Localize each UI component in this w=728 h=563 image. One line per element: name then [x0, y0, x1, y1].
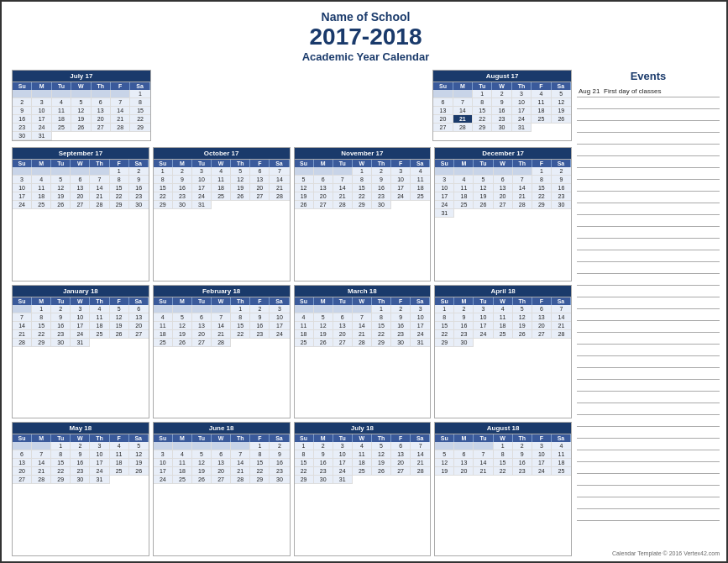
jun18-header: June 18 [154, 423, 290, 434]
day-header-W: W [212, 160, 231, 167]
day-cell: 8 [295, 450, 314, 459]
jul18-header: July 18 [295, 423, 431, 434]
day-cell: 1 [32, 305, 51, 313]
day-header-M: M [454, 160, 474, 167]
day-cell [333, 305, 353, 313]
day-cell [295, 167, 314, 176]
day-cell: 30 [314, 476, 333, 484]
day-cell: 2 [71, 442, 90, 450]
event-row [577, 474, 720, 486]
day-cell: 2 [513, 442, 532, 450]
day-cell: 11 [494, 313, 513, 322]
day-cell: 14 [552, 313, 571, 322]
day-header-W: W [353, 297, 372, 305]
day-cell [433, 90, 453, 98]
day-cell: 9 [454, 313, 474, 322]
event-row [577, 462, 720, 474]
day-header-F: F [250, 297, 270, 305]
day-cell: 21 [212, 330, 231, 339]
day-cell: 7 [231, 450, 250, 459]
day-cell: 26 [295, 201, 314, 209]
day-cell [212, 442, 231, 450]
day-header-W: W [494, 434, 513, 442]
day-cell: 13 [129, 313, 149, 322]
day-header-W: W [71, 434, 90, 442]
day-cell: 19 [513, 322, 532, 330]
day-cell: 2 [173, 167, 192, 176]
day-cell: 11 [295, 322, 314, 330]
day-cell: 26 [231, 192, 250, 201]
day-cell: 20 [391, 459, 411, 467]
day-cell: 15 [110, 184, 129, 192]
day-header-M: M [32, 434, 51, 442]
day-cell [453, 90, 473, 98]
day-cell: 12 [513, 313, 532, 322]
day-cell [32, 442, 51, 450]
day-cell: 26 [314, 339, 333, 347]
day-cell: 10 [532, 450, 552, 459]
day-cell: 20 [433, 115, 453, 124]
event-row [577, 427, 720, 439]
day-header-Tu: Tu [192, 297, 212, 305]
day-cell: 11 [454, 184, 474, 192]
day-cell: 17 [474, 322, 493, 330]
event-date: Aug 21 [579, 87, 604, 95]
day-cell: 6 [314, 176, 333, 184]
feb18-header: February 18 [154, 286, 290, 297]
day-cell: 28 [13, 339, 32, 347]
day-cell: 28 [32, 476, 51, 484]
nov17-header: November 17 [295, 148, 431, 159]
day-cell: 9 [51, 313, 71, 322]
day-header-Sa: Sa [411, 297, 430, 305]
may18-grid: SuMTuWThFSa12345678910111213141516171819… [13, 434, 149, 484]
day-cell: 10 [13, 184, 32, 192]
day-cell: 1 [353, 167, 372, 176]
day-cell: 21 [13, 330, 32, 339]
day-cell: 22 [32, 330, 51, 339]
event-row [577, 168, 720, 180]
event-row [577, 227, 720, 239]
day-header-F: F [391, 297, 411, 305]
day-header-F: F [391, 160, 411, 167]
day-cell: 30 [391, 339, 411, 347]
event-row [577, 192, 720, 203]
event-row [577, 297, 720, 309]
day-cell: 7 [212, 313, 231, 322]
day-cell: 8 [110, 176, 129, 184]
day-cell: 22 [353, 192, 372, 201]
day-cell: 25 [552, 467, 571, 476]
day-cell: 15 [231, 322, 250, 330]
main-content: July 17 SuMTuWThFSa123456789101112131415… [12, 70, 720, 556]
feb18-grid: SuMTuWThFSa12345678910111213141516171819… [154, 297, 290, 347]
day-cell: 17 [13, 192, 32, 201]
event-row [577, 321, 720, 333]
day-cell: 14 [111, 107, 130, 115]
day-cell: 26 [552, 115, 571, 124]
oct17-cal: October 17 SuMTuWThFSa123456789101112131… [153, 147, 291, 282]
day-header-M: M [454, 434, 474, 442]
day-cell: 6 [333, 313, 353, 322]
day-header-M: M [173, 297, 192, 305]
day-cell: 6 [250, 167, 270, 176]
row1: September 17 SuMTuWThFSa1234567891011121… [12, 147, 572, 282]
day-cell: 18 [90, 322, 109, 330]
day-cell: 10 [333, 450, 353, 459]
day-cell: 3 [192, 167, 212, 176]
day-cell: 22 [532, 192, 552, 201]
day-cell: 5 [372, 442, 391, 450]
day-cell: 2 [129, 167, 149, 176]
day-cell: 17 [435, 192, 454, 201]
day-cell: 16 [270, 459, 289, 467]
day-cell: 4 [411, 167, 430, 176]
day-cell: 29 [372, 339, 391, 347]
day-cell: 15 [494, 459, 513, 467]
day-cell: 11 [32, 184, 51, 192]
day-cell: 28 [411, 467, 430, 476]
nov17-cal: November 17 SuMTuWThFSa12345678910111213… [294, 147, 432, 282]
day-cell: 8 [51, 450, 71, 459]
day-cell: 2 [454, 305, 474, 313]
jan18-header: January 18 [13, 286, 149, 297]
day-cell: 15 [353, 184, 372, 192]
day-cell [32, 167, 51, 176]
day-cell: 14 [474, 459, 493, 467]
